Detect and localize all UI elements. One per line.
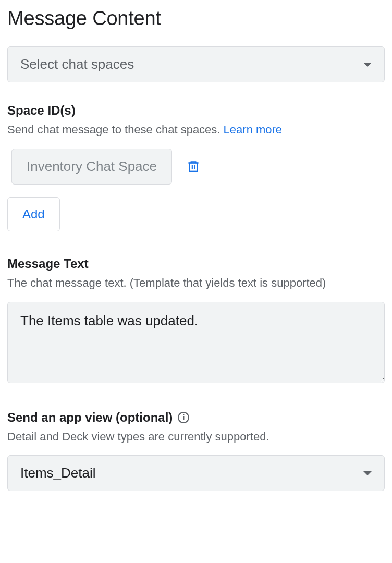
app-view-dropdown[interactable]: Items_Detail bbox=[7, 455, 385, 491]
message-text-input[interactable] bbox=[7, 302, 385, 383]
message-text-label: Message Text bbox=[7, 256, 385, 271]
space-ids-label: Space ID(s) bbox=[7, 103, 385, 118]
select-chat-spaces-placeholder: Select chat spaces bbox=[20, 56, 134, 72]
app-view-label: Send an app view (optional) bbox=[7, 410, 173, 425]
svg-rect-0 bbox=[189, 163, 197, 172]
trash-icon bbox=[187, 159, 200, 174]
message-text-description: The chat message text. (Template that yi… bbox=[7, 275, 385, 291]
space-id-chip[interactable]: Inventory Chat Space bbox=[11, 149, 172, 185]
chevron-down-icon bbox=[363, 471, 372, 475]
app-view-description: Detail and Deck view types are currently… bbox=[7, 429, 385, 445]
space-ids-description: Send chat message to these chat spaces. … bbox=[7, 122, 385, 138]
delete-space-button[interactable] bbox=[185, 157, 202, 176]
add-space-button[interactable]: Add bbox=[7, 197, 60, 231]
select-chat-spaces-dropdown[interactable]: Select chat spaces bbox=[7, 46, 385, 82]
learn-more-link[interactable]: Learn more bbox=[224, 123, 283, 136]
info-icon[interactable]: i bbox=[178, 412, 189, 423]
app-view-selected: Items_Detail bbox=[20, 465, 96, 481]
chevron-down-icon bbox=[363, 63, 372, 67]
page-title: Message Content bbox=[7, 7, 385, 30]
